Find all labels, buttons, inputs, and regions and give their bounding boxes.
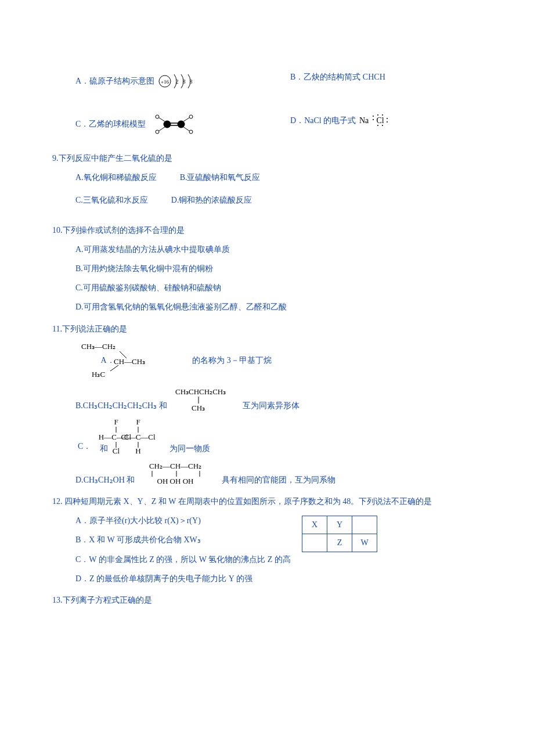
q11-b-post: 互为同素异形体 (243, 398, 300, 413)
q8-b-label: B． (290, 70, 304, 84)
cell-empty-top (352, 516, 377, 534)
q10-option-b: B.可用灼烧法除去氧化铜中混有的铜粉 (75, 261, 482, 276)
svg-point-14 (373, 119, 374, 120)
q9-option-b: B.亚硫酸钠和氧气反应 (180, 170, 261, 185)
q9-option-c: C.三氧化硫和水反应 (75, 193, 148, 207)
q9-option-d: D.铜和热的浓硫酸反应 (171, 193, 252, 207)
shell-1: 2 (176, 78, 179, 85)
periodic-table-fragment: X Y Z W (302, 516, 377, 552)
q12-head: 12. 四种短周期元素 X、Y、Z 和 W 在周期表中的位置如图所示，原子序数之… (52, 494, 482, 509)
cell-z: Z (327, 534, 352, 552)
q11-b-pre: CH₃CH₂CH₂CH₂CH₃ 和 (83, 398, 167, 413)
svg-point-16 (382, 114, 383, 116)
q11c-structure2-icon: F Cl—C—Cl H (111, 417, 169, 456)
q11a-structure-icon: CH₃—CH₂ CH—CH₃ H₃C (75, 341, 174, 381)
svg-line-5 (158, 117, 165, 122)
q8-a-text: 硫原子结构示意图 (89, 74, 154, 88)
svg-text:CH—CH₃: CH—CH₃ (114, 357, 145, 366)
q8-c-text: 乙烯的球棍模型 (89, 117, 146, 131)
q11-d-pre: CH₃CH₂OH 和 (84, 473, 135, 487)
q11-option-c: F H—C—Cl Cl C． X 和 F Cl—C—Cl H 为同一物质 (75, 417, 482, 456)
q12-option-d: D．Z 的最低价单核阴离子的失电子能力比 Y 的强 (75, 571, 482, 586)
q11b-structure-icon: CH₃CHCH₂CH₃ CH₃ (167, 386, 243, 413)
shell-2: 8 (183, 78, 186, 85)
svg-line-8 (183, 127, 190, 131)
svg-text:CH₃CHCH₂CH₃: CH₃CHCH₂CH₃ (175, 387, 226, 396)
q11-option-b: B. CH₃CH₂CH₂CH₂CH₃ 和 CH₃CHCH₂CH₃ CH₃ 互为同… (75, 386, 482, 413)
q8-d-text: NaCl 的电子式 (304, 113, 356, 128)
svg-point-10 (156, 130, 159, 134)
q13-head: 13.下列离子方程式正确的是 (52, 593, 482, 607)
svg-point-20 (382, 125, 383, 126)
cell-empty-bottom (302, 534, 327, 552)
q11-c-mid: 和 (100, 441, 108, 456)
q9-option-a: A.氧化铜和稀硫酸反应 (75, 170, 157, 185)
svg-point-13 (373, 116, 374, 117)
svg-point-12 (189, 130, 193, 134)
na-label: Na (359, 116, 369, 125)
svg-text:CH₃—CH₂: CH₃—CH₂ (81, 342, 116, 351)
q8-option-b: B． 乙炔的结构简式 CHCH (290, 70, 482, 84)
q10-head: 10.下列操作或试剂的选择不合理的是 (52, 223, 482, 237)
q10-option-c: C.可用硫酸鉴别碳酸钠、硅酸钠和硫酸钠 (75, 280, 482, 295)
svg-text:CH₂—CH—CH₂: CH₂—CH—CH₂ (149, 462, 201, 470)
q8-b-text: 乙炔的结构简式 CHCH (304, 70, 385, 84)
q11-c-label: C． (78, 439, 91, 453)
q11-a-text: 的名称为 3－甲基丁烷 (192, 356, 272, 365)
q11-head: 11.下列说法正确的是 (52, 322, 482, 336)
svg-line-7 (183, 117, 190, 122)
nacl-lewis-icon: Na Cl (358, 113, 393, 129)
svg-point-19 (377, 125, 378, 126)
svg-text:Cl—C—Cl: Cl—C—Cl (121, 433, 156, 441)
svg-point-17 (387, 118, 388, 119)
q8-option-a: A． 硫原子结构示意图 +16 2 8 8 (75, 70, 267, 93)
q12-option-c: C．W 的非金属性比 Z 的强，所以 W 氢化物的沸点比 Z 的高 (75, 552, 482, 567)
q10-option-d: D.可用含氢氧化钠的氢氧化铜悬浊液鉴别乙醇、乙醛和乙酸 (75, 300, 482, 314)
svg-point-18 (387, 121, 388, 123)
svg-text:CH₃: CH₃ (192, 404, 205, 412)
q8-option-c: C． 乙烯的球棍模型 (75, 113, 267, 136)
svg-text:OH    OH   OH: OH OH OH (157, 477, 194, 485)
sulfur-atom-diagram-icon: +16 2 8 8 (157, 70, 209, 93)
q11-d-post: 具有相同的官能团，互为同系物 (222, 473, 335, 487)
q11-d-label: D. (75, 473, 84, 487)
svg-text:H₃C: H₃C (92, 370, 105, 379)
svg-point-15 (377, 114, 378, 116)
q12-option-a: A．原子半径(r)大小比较 r(X)＞r(Y) (75, 513, 255, 528)
cl-label: Cl (377, 116, 384, 125)
cell-y: Y (327, 516, 352, 534)
svg-point-11 (189, 115, 193, 118)
q11-option-a: CH₃—CH₂ CH—CH₃ H₃C A． 的名称为 3－甲基丁烷 (75, 341, 482, 381)
q11d-structure-icon: CH₂—CH—CH₂ OH OH OH (135, 460, 222, 487)
q8-a-label: A． (75, 74, 89, 88)
svg-line-6 (158, 127, 165, 131)
svg-line-24 (110, 365, 118, 371)
cell-x: X (302, 516, 327, 534)
cell-w: W (352, 534, 377, 552)
q10-option-a: A.可用蒸发结晶的方法从碘水中提取碘单质 (75, 242, 482, 257)
q11-a-label: A． (101, 356, 115, 365)
ethylene-ball-stick-icon (148, 113, 200, 136)
q12-option-b: B．X 和 W 可形成共价化合物 XW₃ (75, 532, 255, 547)
shell-3: 8 (190, 78, 193, 85)
svg-text:F: F (136, 417, 140, 426)
q8-d-label: D． (290, 113, 304, 128)
svg-point-9 (156, 115, 159, 118)
q8-c-label: C． (75, 117, 89, 131)
q11-c-post: 为同一物质 (169, 441, 210, 456)
q9-head: 9.下列反应中能产生二氧化硫的是 (52, 151, 482, 165)
nucleus-charge: +16 (161, 79, 169, 85)
q8-option-d: D． NaCl 的电子式 Na Cl (290, 113, 482, 129)
q11-option-d: D. CH₃CH₂OH 和 CH₂—CH—CH₂ OH OH OH 具有相同的官… (75, 460, 482, 487)
svg-text:H: H (135, 447, 140, 455)
q11-b-label: B. (75, 398, 83, 413)
